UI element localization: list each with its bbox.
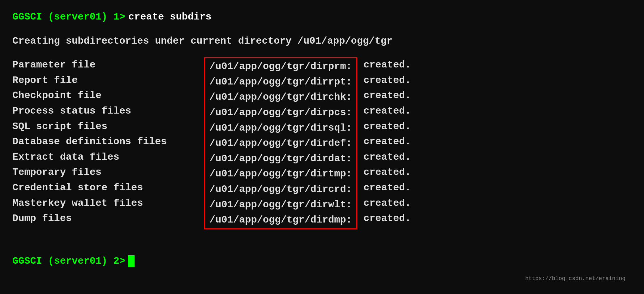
entries-wrapper: Parameter fileReport fileCheckpoint file…	[12, 57, 632, 229]
entries-rows: Parameter fileReport fileCheckpoint file…	[12, 57, 632, 229]
cursor	[128, 255, 135, 267]
entry-path-0: /u01/app/ogg/tgr/dirprm:	[209, 59, 352, 74]
command-1: create subdirs	[128, 9, 212, 25]
entry-path-4: /u01/app/ogg/tgr/dirsql:	[209, 120, 352, 136]
entry-label-4: SQL script files	[12, 119, 195, 134]
labels-col: Parameter fileReport fileCheckpoint file…	[12, 57, 195, 226]
entry-status-7: created.	[363, 165, 411, 180]
entry-path-2: /u01/app/ogg/tgr/dirchk:	[209, 89, 352, 105]
entry-label-5: Database definitions files	[12, 134, 195, 149]
blank-3	[12, 229, 632, 238]
entry-status-8: created.	[363, 180, 411, 196]
prompt-1: GGSCI (server01) 1>	[12, 9, 125, 25]
entry-status-4: created.	[363, 119, 411, 134]
entry-status-2: created.	[363, 88, 411, 103]
entry-label-10: Dump files	[12, 211, 195, 226]
entry-path-10: /u01/app/ogg/tgr/dirdmp:	[209, 212, 352, 228]
status-col: created.created.created.created.created.…	[363, 57, 411, 226]
entry-path-5: /u01/app/ogg/tgr/dirdef:	[209, 136, 352, 151]
entry-path-7: /u01/app/ogg/tgr/dirtmp:	[209, 166, 352, 182]
entries-layout: Parameter fileReport fileCheckpoint file…	[12, 57, 632, 229]
entry-status-10: created.	[363, 211, 411, 226]
info-line: Creating subdirectories under current di…	[12, 33, 632, 49]
entry-status-5: created.	[363, 134, 411, 149]
entry-label-0: Parameter file	[12, 57, 195, 73]
entry-path-3: /u01/app/ogg/tgr/dirpcs:	[209, 105, 352, 120]
prompt-2: GGSCI (server01) 2>	[12, 255, 125, 267]
highlight-block: /u01/app/ogg/tgr/dirprm:/u01/app/ogg/tgr…	[204, 57, 357, 229]
entry-label-9: Masterkey wallet files	[12, 196, 195, 211]
entry-label-1: Report file	[12, 73, 195, 88]
terminal-window: GGSCI (server01) 1> create subdirs Creat…	[12, 9, 632, 285]
entry-label-2: Checkpoint file	[12, 88, 195, 103]
entry-status-1: created.	[363, 73, 411, 88]
entry-status-6: created.	[363, 149, 411, 165]
blank-4	[12, 238, 632, 247]
blank-1	[12, 25, 632, 33]
entry-label-8: Credential store files	[12, 180, 195, 196]
entry-status-0: created.	[363, 57, 411, 73]
entry-path-9: /u01/app/ogg/tgr/dirwlt:	[209, 197, 352, 213]
blank-2	[12, 49, 632, 57]
entry-path-8: /u01/app/ogg/tgr/dircrd:	[209, 182, 352, 197]
entry-path-1: /u01/app/ogg/tgr/dirrpt:	[209, 74, 352, 90]
entry-label-7: Temporary files	[12, 165, 195, 180]
entry-label-6: Extract data files	[12, 149, 195, 165]
entry-status-9: created.	[363, 196, 411, 211]
entry-status-3: created.	[363, 103, 411, 119]
command-line-1: GGSCI (server01) 1> create subdirs	[12, 9, 632, 25]
entry-label-3: Process status files	[12, 103, 195, 119]
entry-path-6: /u01/app/ogg/tgr/dirdat:	[209, 151, 352, 166]
prompt-line-2: GGSCI (server01) 2>	[12, 255, 632, 267]
watermark: https://blog.csdn.net/eraining	[525, 275, 625, 282]
